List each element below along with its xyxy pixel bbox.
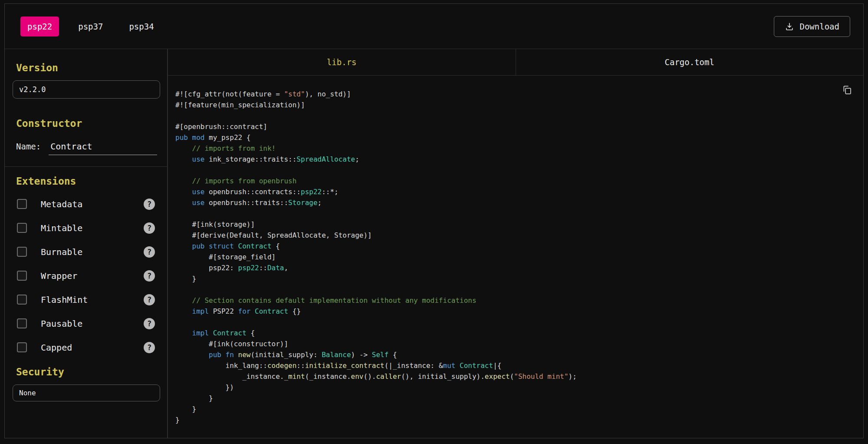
code-line: // imports from ink! [175, 143, 853, 154]
token-tab-psp34[interactable]: psp34 [122, 17, 161, 36]
name-label: Name: [16, 142, 41, 151]
checkbox-pausable[interactable] [17, 318, 27, 328]
token-tab-psp37[interactable]: psp37 [71, 17, 110, 36]
code-line: impl PSP22 for Contract {} [175, 306, 853, 317]
checkbox-metadata[interactable] [17, 199, 27, 209]
topbar: psp22psp37psp34 Download [5, 4, 863, 49]
extension-row-wrapper[interactable]: Wrapper? [13, 264, 160, 288]
security-heading: Security [16, 366, 160, 378]
code-line [175, 284, 853, 295]
file-tab-librs[interactable]: lib.rs [168, 49, 516, 75]
extension-label-burnable: Burnable [41, 247, 82, 257]
constructor-name-row: Name: [16, 141, 160, 155]
code-line [175, 110, 853, 121]
extensions-list: Metadata?Mintable?Burnable?Wrapper?Flash… [13, 192, 160, 359]
code-line: #![feature(min_specialization)] [175, 99, 853, 110]
code-line: psp22: psp22::Data, [175, 262, 853, 273]
code-line: pub fn new(initial_supply: Balance) -> S… [175, 349, 853, 360]
code-block: #![cfg_attr(not(feature = "std"), no_std… [175, 89, 853, 425]
code-line: } [175, 273, 853, 284]
help-icon-burnable[interactable]: ? [144, 246, 155, 258]
extension-label-metadata: Metadata [41, 199, 82, 209]
extension-label-wrapper: Wrapper [41, 271, 77, 281]
code-line: } [175, 414, 853, 425]
code-line: use openbrush::contracts::psp22::*; [175, 186, 853, 197]
main-content: Version v2.2.0 Constructor Name: Extensi… [5, 49, 863, 438]
code-line: } [175, 404, 853, 414]
code-area: #![cfg_attr(not(feature = "std"), no_std… [168, 76, 863, 438]
code-line [175, 208, 853, 219]
code-line: #[ink(constructor)] [175, 338, 853, 349]
code-line: pub mod my_psp22 { [175, 132, 853, 143]
app-window: psp22psp37psp34 Download Version v2.2.0 … [4, 3, 864, 438]
extension-label-pausable: Pausable [41, 318, 82, 329]
code-line: #[derive(Default, SpreadAllocate, Storag… [175, 230, 853, 241]
help-icon-mintable[interactable]: ? [144, 222, 155, 234]
code-line: #[ink(storage)] [175, 219, 853, 230]
download-label: Download [799, 22, 839, 31]
code-line: impl Contract { [175, 328, 853, 338]
extension-row-metadata[interactable]: Metadata? [13, 192, 160, 216]
version-select[interactable]: v2.2.0 [13, 80, 160, 99]
help-icon-capped[interactable]: ? [144, 342, 155, 353]
help-icon-metadata[interactable]: ? [144, 199, 155, 210]
code-line: // imports from openbrush [175, 176, 853, 186]
extension-row-mintable[interactable]: Mintable? [13, 216, 160, 240]
extension-row-burnable[interactable]: Burnable? [13, 240, 160, 264]
code-line [175, 165, 853, 176]
checkbox-mintable[interactable] [17, 223, 27, 233]
code-line: // Section contains default implementati… [175, 295, 853, 306]
checkbox-flashmint[interactable] [17, 295, 27, 305]
extension-row-pausable[interactable]: Pausable? [13, 311, 160, 335]
sidebar: Version v2.2.0 Constructor Name: Extensi… [5, 49, 168, 438]
sidebar-divider [5, 166, 167, 167]
code-line: use ink_storage::traits::SpreadAllocate; [175, 154, 853, 165]
help-icon-flashmint[interactable]: ? [144, 294, 155, 305]
file-tabs: lib.rsCargo.toml [168, 49, 863, 76]
help-icon-pausable[interactable]: ? [144, 318, 155, 329]
download-icon [785, 22, 794, 31]
editor-panel: lib.rsCargo.toml #![cfg_attr(not(feature… [168, 49, 863, 438]
token-tab-psp22[interactable]: psp22 [20, 17, 59, 36]
code-line: ink_lang::codegen::initialize_contract(|… [175, 360, 853, 371]
constructor-name-input[interactable] [49, 141, 157, 155]
code-line: _instance._mint(_instance.env().caller()… [175, 371, 853, 382]
help-icon-wrapper[interactable]: ? [144, 270, 155, 282]
copy-icon[interactable] [840, 83, 855, 99]
code-line: #[storage_field] [175, 252, 853, 262]
extensions-heading: Extensions [16, 176, 160, 187]
code-line: #[openbrush::contract] [175, 121, 853, 132]
security-select[interactable]: None [13, 384, 160, 401]
checkbox-burnable[interactable] [17, 247, 27, 257]
extension-row-flashmint[interactable]: FlashMint? [13, 288, 160, 311]
constructor-heading: Constructor [16, 118, 160, 129]
code-line: }) [175, 382, 853, 393]
code-line: pub struct Contract { [175, 241, 853, 252]
download-button[interactable]: Download [774, 16, 850, 37]
extension-label-capped: Capped [41, 342, 72, 353]
extension-label-mintable: Mintable [41, 223, 82, 233]
checkbox-capped[interactable] [17, 342, 27, 352]
code-line: } [175, 393, 853, 404]
checkbox-wrapper[interactable] [17, 271, 27, 281]
extension-row-capped[interactable]: Capped? [13, 335, 160, 359]
file-tab-cargotoml[interactable]: Cargo.toml [516, 49, 864, 75]
token-tabs: psp22psp37psp34 [20, 17, 161, 36]
version-heading: Version [16, 62, 160, 73]
extension-label-flashmint: FlashMint [41, 295, 88, 305]
code-line: #![cfg_attr(not(feature = "std"), no_std… [175, 89, 853, 99]
code-line [175, 317, 853, 328]
code-line: use openbrush::traits::Storage; [175, 197, 853, 208]
